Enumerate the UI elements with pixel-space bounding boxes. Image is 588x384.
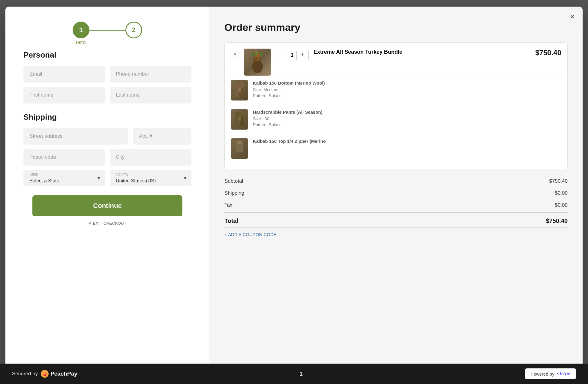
exit-checkout-link[interactable]: ✕ EXIT CHECKOUT (23, 221, 191, 226)
state-select-wrapper: State Select a State Alabama Alaska Ariz… (23, 170, 105, 186)
right-panel: Order summary × (209, 7, 583, 377)
state-country-row: State Select a State Alabama Alaska Ariz… (23, 170, 191, 186)
country-select-wrapper: Country United States (US) Canada United… (110, 170, 191, 186)
total-label: Total (224, 218, 238, 224)
sub-item-1: Kaibab 150 Bottom (Merino Wool) Size: Me… (231, 76, 561, 105)
remove-product-button[interactable]: × (231, 50, 239, 58)
close-button[interactable]: × (570, 13, 575, 21)
checkout-modal: × 1 INFO 2 Personal (5, 7, 583, 377)
apt-field[interactable] (133, 128, 191, 145)
step-1-number: 1 (79, 26, 83, 34)
secured-by-section: Secured by 🍑 PeachPay (12, 370, 77, 378)
add-coupon-link[interactable]: + ADD A COUPON CODE (224, 227, 568, 241)
shipping-row: Shipping $0.00 (224, 187, 568, 199)
sub-item-2-name: Hardscrabble Pants (All Season) (253, 109, 322, 115)
product-card: × − 1 (224, 42, 568, 169)
state-label: State (29, 172, 38, 176)
product-name: Extreme All Season Turkey Bundle (314, 49, 530, 56)
postal-city-row (23, 149, 191, 166)
phone-field[interactable] (110, 66, 191, 82)
continue-button[interactable]: Continue (32, 195, 182, 216)
subtotal-row: Subtotal $750.40 (224, 175, 568, 187)
order-summary-title: Order summary (224, 22, 568, 33)
quantity-control: − 1 + (276, 50, 309, 60)
shipping-label: Shipping (224, 190, 244, 196)
product-image (244, 49, 271, 76)
sub-item-1-size: Size: Medium (253, 87, 325, 92)
city-field[interactable] (110, 149, 191, 166)
stepper: 1 INFO 2 (23, 22, 191, 38)
svg-point-3 (256, 58, 257, 59)
step-1-circle[interactable]: 1 (73, 22, 89, 38)
postal-code-field[interactable] (23, 149, 105, 166)
bottom-bar: Secured by 🍑 PeachPay 1 Powered by strip… (0, 364, 588, 384)
product-price: $750.40 (535, 49, 561, 57)
total-value: $750.40 (546, 218, 568, 224)
left-panel: 1 INFO 2 Personal (5, 7, 209, 377)
sub-item-1-info: Kaibab 150 Bottom (Merino Wool) Size: Me… (253, 80, 325, 98)
peachpay-name: PeachPay (50, 370, 77, 377)
decrease-qty-button[interactable]: − (276, 50, 288, 60)
page-number: 1 (300, 371, 303, 377)
main-product-row: × − 1 (231, 49, 561, 76)
tax-label: Tax (224, 202, 232, 208)
first-name-field[interactable] (23, 87, 105, 104)
personal-section-title: Personal (23, 50, 191, 60)
sub-item-2-pattern: Pattern: Solace (253, 122, 322, 127)
quantity-display: 1 (288, 51, 297, 60)
name-row (23, 87, 191, 104)
svg-rect-11 (238, 117, 241, 121)
svg-rect-4 (235, 83, 244, 88)
svg-point-2 (255, 52, 260, 60)
subtotal-label: Subtotal (224, 178, 243, 184)
tax-value: $0.00 (555, 202, 568, 208)
sub-item-3-image (231, 138, 248, 159)
last-name-field[interactable] (110, 87, 191, 104)
product-name-col: Extreme All Season Turkey Bundle (314, 49, 530, 56)
step-line (89, 30, 125, 31)
sub-item-2-image (231, 109, 248, 130)
country-label: Country (116, 172, 128, 176)
powered-text: Powered by (530, 371, 554, 376)
secured-text: Secured by (12, 371, 38, 377)
email-field[interactable] (23, 66, 105, 82)
sub-item-1-name: Kaibab 150 Bottom (Merino Wool) (253, 80, 325, 86)
subtotal-value: $750.40 (549, 178, 568, 184)
sub-item-1-pattern: Pattern: Solace (253, 93, 325, 98)
step-2-circle[interactable]: 2 (125, 22, 142, 38)
sub-item-3: Kaibab 150 Top 1/4 Zipper (Merino (231, 134, 561, 163)
svg-rect-8 (235, 112, 244, 117)
peachpay-icon: 🍑 (41, 370, 49, 378)
step-2-number: 2 (132, 26, 136, 34)
svg-rect-7 (238, 88, 241, 92)
stripe-logo: stripe (557, 371, 571, 377)
sub-item-2-size: Size:: 30 (253, 116, 322, 121)
shipping-value: $0.00 (555, 190, 568, 196)
shipping-section-title: Shipping (23, 112, 191, 122)
totals-section: Subtotal $750.40 Shipping $0.00 Tax $0.0… (224, 175, 568, 241)
step-1-label: INFO (76, 41, 86, 45)
sub-item-2-info: Hardscrabble Pants (All Season) Size:: 3… (253, 109, 322, 127)
increase-qty-button[interactable]: + (297, 50, 308, 60)
tax-row: Tax $0.00 (224, 199, 568, 211)
sub-item-2: Hardscrabble Pants (All Season) Size:: 3… (231, 105, 561, 134)
powered-by-stripe: Powered by stripe (525, 368, 576, 379)
sub-item-3-info: Kaibab 150 Top 1/4 Zipper (Merino (253, 138, 326, 144)
peachpay-logo: 🍑 PeachPay (41, 370, 77, 378)
email-phone-row (23, 66, 191, 82)
svg-rect-13 (237, 141, 242, 144)
street-address-field[interactable] (23, 128, 128, 145)
sub-item-1-image (231, 80, 248, 100)
sub-item-3-name: Kaibab 150 Top 1/4 Zipper (Merino (253, 138, 326, 144)
street-row (23, 128, 191, 145)
grand-total-row: Total $750.40 (224, 212, 568, 227)
